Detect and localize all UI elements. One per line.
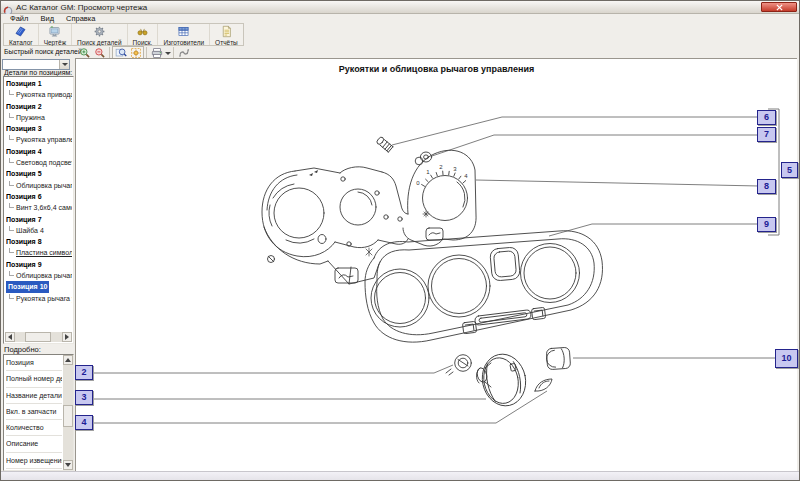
close-button[interactable] xyxy=(761,2,797,12)
quick-search-label: Быстрый поиск деталей: xyxy=(4,48,84,55)
drawing-icon xyxy=(48,25,61,38)
tree-horizontal-scrollbar[interactable] xyxy=(5,332,72,342)
callout-8[interactable]: 8 xyxy=(757,179,776,194)
tree-connector xyxy=(9,203,14,208)
callout-5[interactable]: 5 xyxy=(781,162,798,178)
tree-position-3[interactable]: Позиция 3 xyxy=(6,123,72,134)
manufacturers-icon xyxy=(177,25,190,38)
tree-part-item[interactable]: Пластина символов xyxy=(6,247,72,258)
print-dropdown-caret[interactable] xyxy=(165,52,171,55)
tree-position-5[interactable]: Позиция 5 xyxy=(6,168,72,179)
bezel-part xyxy=(365,231,602,342)
toolbar-button-group: КаталогЧертёжПоиск деталейПоиск.Изготови… xyxy=(3,23,244,46)
tree-position-7[interactable]: Позиция 7 xyxy=(6,214,72,225)
tree-position-10[interactable]: Позиция 10 xyxy=(6,281,72,292)
toolbar-button-label: Чертёж xyxy=(44,39,66,46)
detail-field-row[interactable]: Полный номер детали xyxy=(6,371,62,387)
drawing-canvas[interactable]: Рукоятки и облицовка рычагов управления xyxy=(75,58,797,471)
detail-field-row[interactable]: Дата извещения xyxy=(6,469,62,470)
tree-part-item[interactable]: Пружина xyxy=(6,112,72,123)
svg-text:3: 3 xyxy=(453,166,457,172)
detail-field-row[interactable]: Количество xyxy=(6,420,62,436)
tach-scale-numbers: 0 1 2 3 4 xyxy=(416,164,468,186)
catalog-button[interactable]: Каталог xyxy=(4,24,39,45)
drawing-button[interactable]: Чертёж xyxy=(39,24,72,45)
scroll-right-button[interactable] xyxy=(62,332,72,342)
search-button[interactable]: Поиск. xyxy=(128,24,159,45)
detail-field-row[interactable]: Номер извещения xyxy=(6,453,62,469)
window-title: АС Каталог GM: Просмотр чертежа xyxy=(16,3,147,12)
symbol-plate-part xyxy=(262,150,476,284)
tree-part-label: Пружина xyxy=(16,114,45,121)
combo-dropdown-button[interactable] xyxy=(59,60,69,69)
svg-text:4: 4 xyxy=(464,173,468,179)
tree-connector xyxy=(9,113,14,118)
tree-connector xyxy=(9,90,14,95)
app-window: АС Каталог GM: Просмотр чертежа ФайлВидС… xyxy=(0,0,800,481)
svg-text:1: 1 xyxy=(426,169,430,175)
tree-part-item[interactable]: Рукоятка рычага управл xyxy=(6,293,72,304)
callout-9[interactable]: 9 xyxy=(757,217,776,232)
toolbar-button-label: Каталог xyxy=(9,39,33,46)
app-icon xyxy=(3,2,13,12)
tree-connector xyxy=(9,248,14,253)
leader-lines xyxy=(94,109,779,423)
detail-field-row[interactable]: Вкл. в запчасти xyxy=(6,404,62,420)
tree-part-label: Пластина символов xyxy=(16,249,72,256)
details-vertical-scrollbar[interactable] xyxy=(63,355,73,470)
callout-10[interactable]: 10 xyxy=(775,349,798,368)
tree-part-label: Шайба 4 xyxy=(16,227,44,234)
exploded-view-drawing: 0 1 2 3 4 xyxy=(76,59,798,472)
tree-part-item[interactable]: Винт 3,6х6,4 самонарез xyxy=(6,202,72,213)
cap-part xyxy=(546,347,571,370)
toolbar: КаталогЧертёжПоиск деталейПоиск.Изготови… xyxy=(1,23,799,46)
scroll-down-button[interactable] xyxy=(63,460,73,470)
tree-part-label: Винт 3,6х6,4 самонарез xyxy=(16,204,72,211)
tree-connector xyxy=(9,181,14,186)
tree-part-label: Облицовка рычагов упр xyxy=(16,272,72,279)
search-icon xyxy=(136,25,149,38)
callout-7[interactable]: 7 xyxy=(757,127,776,142)
tree-part-item[interactable]: Световод подсветки ру xyxy=(6,157,72,168)
scrollbar-thumb[interactable] xyxy=(25,332,51,342)
scroll-up-button[interactable] xyxy=(63,355,73,365)
scroll-left-button[interactable] xyxy=(5,332,15,342)
tree-part-item[interactable]: Шайба 4 xyxy=(6,225,72,236)
tree-part-item[interactable]: Облицовка рычагов упр xyxy=(6,180,72,191)
tree-position-9[interactable]: Позиция 9 xyxy=(6,259,72,270)
detail-field-row[interactable]: Название детали xyxy=(6,388,62,404)
toolbar-button-label: Поиск. xyxy=(133,39,153,46)
tree-part-item[interactable]: Облицовка рычагов упр xyxy=(6,270,72,281)
parts-search-button[interactable]: Поиск деталей xyxy=(72,24,128,45)
catalog-icon xyxy=(14,25,27,38)
tree-connector xyxy=(9,294,14,299)
tree-position-1[interactable]: Позиция 1 xyxy=(6,78,72,89)
detail-field-row[interactable]: Позиция xyxy=(6,355,62,371)
positions-tree: Позиция 1Рукоятка привода управПозиция 2… xyxy=(3,76,74,344)
callout-4[interactable]: 4 xyxy=(75,415,93,430)
svg-text:2: 2 xyxy=(439,164,443,170)
screw-part xyxy=(376,136,393,152)
toolbar-button-label: Поиск деталей xyxy=(77,39,122,46)
tree-part-label: Облицовка рычагов упр xyxy=(16,182,72,189)
menu-item-2[interactable]: Справка xyxy=(60,14,101,23)
callout-2[interactable]: 2 xyxy=(75,365,93,380)
tree-position-8[interactable]: Позиция 8 xyxy=(6,236,72,247)
manufacturers-button[interactable]: Изготовители xyxy=(158,24,210,45)
tree-part-label: Рукоятка рычага управл xyxy=(16,295,72,302)
detail-field-row[interactable]: Описание xyxy=(6,436,62,452)
scrollbar-thumb[interactable] xyxy=(63,405,73,427)
tree-position-4[interactable]: Позиция 4 xyxy=(6,146,72,157)
tree-position-2[interactable]: Позиция 2 xyxy=(6,101,72,112)
knob-screw-part xyxy=(446,355,471,375)
tree-position-6[interactable]: Позиция 6 xyxy=(6,191,72,202)
tree-header: Детали по позициям: xyxy=(4,69,72,76)
tree-part-item[interactable]: Рукоятка управления от xyxy=(6,134,72,145)
parts-search-icon xyxy=(93,25,106,38)
tree-part-item[interactable]: Рукоятка привода управ xyxy=(6,89,72,100)
menu-item-0[interactable]: Файл xyxy=(4,14,34,23)
reports-button[interactable]: Отчёты xyxy=(210,24,243,45)
callout-6[interactable]: 6 xyxy=(757,110,776,125)
callout-3[interactable]: 3 xyxy=(75,390,93,405)
menu-item-1[interactable]: Вид xyxy=(34,14,60,23)
